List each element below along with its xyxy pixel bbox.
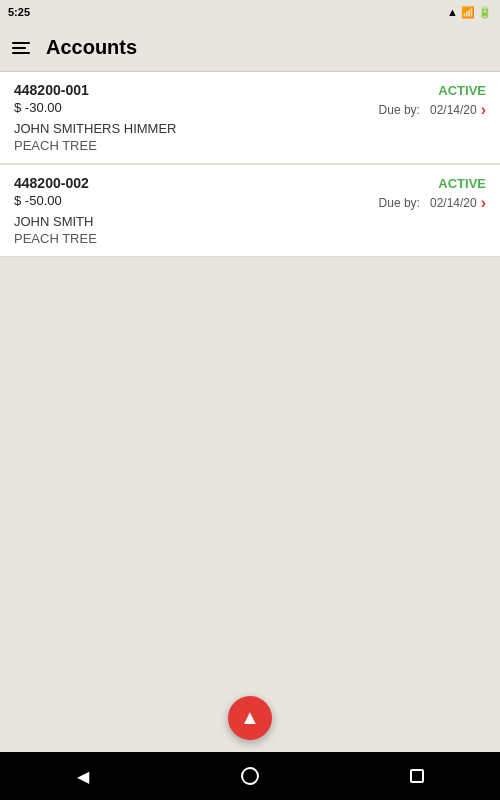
account-card-2-header: 448200-002 ACTIVE <box>14 175 486 191</box>
bottom-navigation: ◀ <box>0 752 500 800</box>
account-due-label-1: Due by: 02/14/20 <box>379 103 477 117</box>
account-card-1-header: 448200-001 ACTIVE <box>14 82 486 98</box>
account-status-1: ACTIVE <box>438 83 486 98</box>
nav-home-button[interactable] <box>225 752 275 800</box>
account-card-2[interactable]: 448200-002 ACTIVE $ -50.00 Due by: 02/14… <box>0 165 500 257</box>
accounts-list: 448200-001 ACTIVE $ -30.00 Due by: 02/14… <box>0 72 500 752</box>
recents-icon <box>410 769 424 783</box>
fab-up-icon: ▲ <box>240 707 260 727</box>
account-number-1: 448200-001 <box>14 82 89 98</box>
home-icon <box>241 767 259 785</box>
app-header: Accounts <box>0 24 500 72</box>
nav-recents-button[interactable] <box>392 752 442 800</box>
page-title: Accounts <box>46 36 137 59</box>
wifi-icon: ▲ <box>447 6 458 18</box>
account-location-1: PEACH TREE <box>14 138 486 153</box>
account-name-1: JOHN SMITHERS HIMMER <box>14 121 486 136</box>
account-number-2: 448200-002 <box>14 175 89 191</box>
back-icon: ◀ <box>77 767 89 786</box>
status-bar: 5:25 ▲ 📶 🔋 <box>0 0 500 24</box>
account-due-row-2: Due by: 02/14/20 › <box>14 194 486 212</box>
status-icons: ▲ 📶 🔋 <box>447 6 492 19</box>
scroll-top-fab[interactable]: ▲ <box>228 696 272 740</box>
account-name-2: JOHN SMITH <box>14 214 486 229</box>
signal-icon: 📶 <box>461 6 475 19</box>
account-status-2: ACTIVE <box>438 176 486 191</box>
status-time: 5:25 <box>8 6 30 18</box>
menu-icon[interactable] <box>12 36 36 60</box>
chevron-right-icon-1: › <box>481 101 486 119</box>
chevron-right-icon-2: › <box>481 194 486 212</box>
account-card-1[interactable]: 448200-001 ACTIVE $ -30.00 Due by: 02/14… <box>0 72 500 164</box>
account-due-label-2: Due by: 02/14/20 <box>379 196 477 210</box>
battery-icon: 🔋 <box>478 6 492 19</box>
empty-content-area <box>0 258 500 678</box>
account-location-2: PEACH TREE <box>14 231 486 246</box>
account-due-row-1: Due by: 02/14/20 › <box>14 101 486 119</box>
nav-back-button[interactable]: ◀ <box>58 752 108 800</box>
